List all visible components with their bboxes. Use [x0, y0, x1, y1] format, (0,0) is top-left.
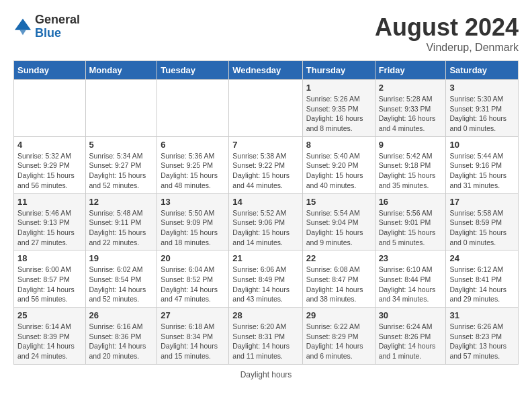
calendar-cell: 15Sunrise: 5:54 AMSunset: 9:04 PMDayligh…	[302, 193, 375, 250]
day-number: 28	[232, 310, 298, 320]
page-header: General Blue August 2024 Vinderup, Denma…	[13, 13, 519, 54]
day-info: Sunrise: 6:18 AMSunset: 8:34 PMDaylight:…	[161, 322, 225, 361]
calendar-cell: 2Sunrise: 5:28 AMSunset: 9:33 PMDaylight…	[375, 80, 446, 137]
day-info: Sunrise: 6:16 AMSunset: 8:36 PMDaylight:…	[89, 322, 154, 361]
day-number: 17	[449, 197, 515, 207]
calendar-cell: 13Sunrise: 5:50 AMSunset: 9:09 PMDayligh…	[157, 193, 229, 250]
day-number: 22	[306, 253, 371, 263]
day-number: 4	[17, 140, 82, 150]
day-number: 25	[17, 310, 82, 320]
calendar-cell: 25Sunrise: 6:14 AMSunset: 8:39 PMDayligh…	[14, 308, 86, 365]
calendar-cell: 26Sunrise: 6:16 AMSunset: 8:36 PMDayligh…	[85, 308, 157, 365]
calendar-cell: 11Sunrise: 5:46 AMSunset: 9:13 PMDayligh…	[14, 193, 86, 250]
day-info: Sunrise: 5:44 AMSunset: 9:16 PMDaylight:…	[449, 151, 515, 191]
day-number: 6	[161, 140, 225, 150]
day-number: 1	[306, 83, 371, 93]
calendar-cell: 21Sunrise: 6:06 AMSunset: 8:49 PMDayligh…	[229, 250, 302, 308]
calendar-cell: 29Sunrise: 6:22 AMSunset: 8:29 PMDayligh…	[302, 308, 375, 365]
calendar-cell	[85, 80, 157, 137]
day-number: 21	[232, 253, 298, 263]
day-info: Sunrise: 6:26 AMSunset: 8:23 PMDaylight:…	[449, 322, 515, 361]
day-info: Sunrise: 6:08 AMSunset: 8:47 PMDaylight:…	[306, 265, 371, 304]
day-number: 14	[232, 197, 298, 207]
day-info: Sunrise: 5:48 AMSunset: 9:11 PMDaylight:…	[89, 208, 154, 248]
calendar-cell: 22Sunrise: 6:08 AMSunset: 8:47 PMDayligh…	[302, 250, 375, 308]
logo-general: General	[35, 13, 80, 27]
day-info: Sunrise: 5:36 AMSunset: 9:25 PMDaylight:…	[161, 151, 225, 191]
day-info: Sunrise: 5:42 AMSunset: 9:18 PMDaylight:…	[379, 151, 443, 191]
calendar-cell: 17Sunrise: 5:58 AMSunset: 8:59 PMDayligh…	[446, 193, 519, 250]
day-number: 9	[379, 140, 443, 150]
logo-blue: Blue	[35, 27, 80, 40]
logo: General Blue	[13, 13, 80, 40]
day-number: 31	[449, 310, 515, 320]
day-info: Sunrise: 5:34 AMSunset: 9:27 PMDaylight:…	[89, 151, 154, 191]
day-info: Sunrise: 6:14 AMSunset: 8:39 PMDaylight:…	[17, 322, 82, 361]
day-number: 18	[17, 253, 82, 263]
day-number: 7	[232, 140, 298, 150]
calendar-cell: 1Sunrise: 5:26 AMSunset: 9:35 PMDaylight…	[302, 80, 375, 137]
day-number: 12	[89, 197, 154, 207]
month-title: August 2024	[375, 13, 519, 42]
title-block: August 2024 Vinderup, Denmark	[375, 13, 519, 54]
day-number: 26	[89, 310, 154, 320]
calendar-cell: 19Sunrise: 6:02 AMSunset: 8:54 PMDayligh…	[85, 250, 157, 308]
day-info: Sunrise: 5:40 AMSunset: 9:20 PMDaylight:…	[306, 151, 371, 191]
footer-note: Daylight hours	[13, 370, 519, 379]
calendar-cell: 5Sunrise: 5:34 AMSunset: 9:27 PMDaylight…	[85, 136, 157, 193]
calendar-cell: 4Sunrise: 5:32 AMSunset: 9:29 PMDaylight…	[14, 136, 86, 193]
day-info: Sunrise: 6:20 AMSunset: 8:31 PMDaylight:…	[232, 322, 298, 361]
day-info: Sunrise: 6:10 AMSunset: 8:44 PMDaylight:…	[379, 265, 443, 304]
day-header-saturday: Saturday	[446, 61, 519, 80]
calendar-cell: 14Sunrise: 5:52 AMSunset: 9:06 PMDayligh…	[229, 193, 302, 250]
svg-marker-1	[19, 30, 26, 34]
day-number: 16	[379, 197, 443, 207]
day-info: Sunrise: 5:58 AMSunset: 8:59 PMDaylight:…	[449, 208, 515, 248]
day-number: 19	[89, 253, 154, 263]
day-info: Sunrise: 6:02 AMSunset: 8:54 PMDaylight:…	[89, 265, 154, 304]
day-number: 30	[379, 310, 443, 320]
calendar-cell: 7Sunrise: 5:38 AMSunset: 9:22 PMDaylight…	[229, 136, 302, 193]
calendar-cell	[14, 80, 86, 137]
day-header-tuesday: Tuesday	[157, 61, 229, 80]
day-info: Sunrise: 5:46 AMSunset: 9:13 PMDaylight:…	[17, 208, 82, 248]
day-info: Sunrise: 6:04 AMSunset: 8:52 PMDaylight:…	[161, 265, 225, 304]
day-info: Sunrise: 6:00 AMSunset: 8:57 PMDaylight:…	[17, 265, 82, 304]
day-info: Sunrise: 5:28 AMSunset: 9:33 PMDaylight:…	[379, 94, 443, 134]
calendar-cell: 12Sunrise: 5:48 AMSunset: 9:11 PMDayligh…	[85, 193, 157, 250]
calendar-cell	[229, 80, 302, 137]
day-info: Sunrise: 6:06 AMSunset: 8:49 PMDaylight:…	[232, 265, 298, 304]
calendar-cell: 24Sunrise: 6:12 AMSunset: 8:41 PMDayligh…	[446, 250, 519, 308]
day-number: 2	[379, 83, 443, 93]
day-info: Sunrise: 5:50 AMSunset: 9:09 PMDaylight:…	[161, 208, 225, 248]
day-header-sunday: Sunday	[14, 61, 86, 80]
calendar-cell: 8Sunrise: 5:40 AMSunset: 9:20 PMDaylight…	[302, 136, 375, 193]
day-info: Sunrise: 5:52 AMSunset: 9:06 PMDaylight:…	[232, 208, 298, 248]
day-info: Sunrise: 6:12 AMSunset: 8:41 PMDaylight:…	[449, 265, 515, 304]
day-info: Sunrise: 5:32 AMSunset: 9:29 PMDaylight:…	[17, 151, 82, 191]
location-subtitle: Vinderup, Denmark	[375, 42, 519, 54]
day-header-wednesday: Wednesday	[229, 61, 302, 80]
day-number: 8	[306, 140, 371, 150]
day-number: 3	[449, 83, 515, 93]
day-info: Sunrise: 5:56 AMSunset: 9:01 PMDaylight:…	[379, 208, 443, 248]
calendar-cell: 18Sunrise: 6:00 AMSunset: 8:57 PMDayligh…	[14, 250, 86, 308]
day-header-friday: Friday	[375, 61, 446, 80]
day-number: 10	[449, 140, 515, 150]
calendar-cell: 23Sunrise: 6:10 AMSunset: 8:44 PMDayligh…	[375, 250, 446, 308]
day-header-monday: Monday	[85, 61, 157, 80]
day-number: 11	[17, 197, 82, 207]
calendar-cell: 10Sunrise: 5:44 AMSunset: 9:16 PMDayligh…	[446, 136, 519, 193]
day-number: 15	[306, 197, 371, 207]
calendar-cell	[157, 80, 229, 137]
day-info: Sunrise: 5:54 AMSunset: 9:04 PMDaylight:…	[306, 208, 371, 248]
calendar-cell: 16Sunrise: 5:56 AMSunset: 9:01 PMDayligh…	[375, 193, 446, 250]
day-info: Sunrise: 5:38 AMSunset: 9:22 PMDaylight:…	[232, 151, 298, 191]
calendar-cell: 3Sunrise: 5:30 AMSunset: 9:31 PMDaylight…	[446, 80, 519, 137]
day-header-thursday: Thursday	[302, 61, 375, 80]
calendar-cell: 31Sunrise: 6:26 AMSunset: 8:23 PMDayligh…	[446, 308, 519, 365]
day-number: 29	[306, 310, 371, 320]
day-number: 13	[161, 197, 225, 207]
calendar-cell: 27Sunrise: 6:18 AMSunset: 8:34 PMDayligh…	[157, 308, 229, 365]
day-info: Sunrise: 5:26 AMSunset: 9:35 PMDaylight:…	[306, 94, 371, 134]
